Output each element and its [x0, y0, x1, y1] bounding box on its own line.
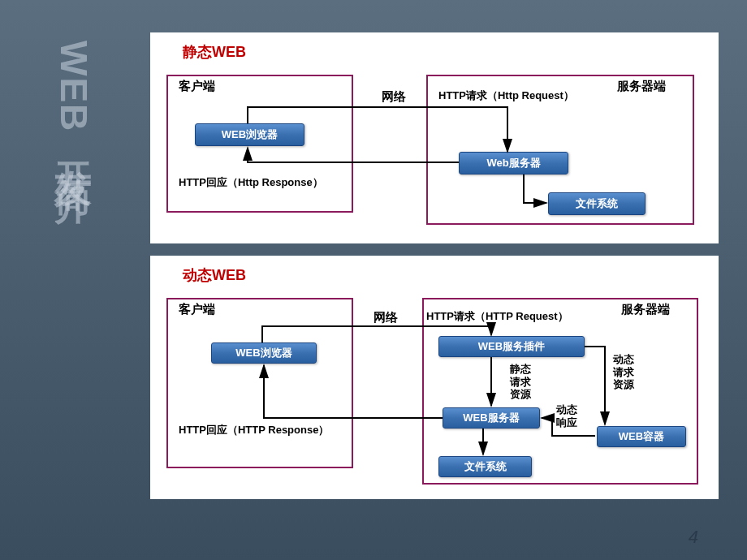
- container-box: WEB容器: [597, 426, 686, 447]
- server-label: 服务器端: [617, 79, 666, 94]
- static-title: 静态WEB: [183, 42, 706, 62]
- static-web-panel: 静态WEB 客户端 服务器端 网络 HTTP请求（Http Request） H…: [150, 32, 719, 243]
- browser-box: WEB浏览器: [195, 123, 304, 146]
- static-req-label: 静态 请求 资源: [510, 363, 531, 401]
- plugin-box: WEB服务插件: [438, 336, 585, 357]
- slide-title-vertical: WEB开发简介: [49, 41, 99, 165]
- static-diagram: 客户端 服务器端 网络 HTTP请求（Http Request） HTTP回应（…: [166, 67, 702, 237]
- dynamic-title: 动态WEB: [183, 265, 706, 285]
- filesystem-box: 文件系统: [548, 192, 646, 215]
- webserver-dyn: WEB服务器: [443, 407, 540, 429]
- http-request-label: HTTP请求（Http Request）: [438, 89, 574, 102]
- client-group-dyn: [166, 298, 353, 468]
- dynamic-web-panel: 动态WEB 客户端 服务器端 网络 HTTP请求（HTTP Request） H…: [150, 256, 719, 499]
- network-label-dyn: 网络: [374, 310, 398, 325]
- title-chs: 开发简介: [53, 132, 95, 165]
- title-eng: WEB: [53, 41, 95, 132]
- http-response-label: HTTP回应（Http Response）: [179, 176, 323, 189]
- http-response-dyn: HTTP回应（HTTP Response）: [179, 424, 329, 437]
- network-label: 网络: [382, 89, 406, 105]
- webserver-box: Web服务器: [459, 152, 568, 174]
- dyn-resp-label: 动态 响应: [556, 403, 577, 429]
- page-number: 4: [689, 527, 698, 548]
- filesystem-dyn: 文件系统: [438, 456, 532, 477]
- client-label: 客户端: [179, 79, 215, 94]
- http-request-dyn: HTTP请求（HTTP Request）: [426, 310, 568, 323]
- browser-dyn: WEB浏览器: [211, 342, 317, 364]
- dyn-req-label: 动态 请求 资源: [613, 353, 634, 391]
- server-label-dyn: 服务器端: [621, 302, 670, 317]
- dynamic-diagram: 客户端 服务器端 网络 HTTP请求（HTTP Request） HTTP回应（…: [166, 290, 702, 489]
- client-label-dyn: 客户端: [179, 302, 215, 317]
